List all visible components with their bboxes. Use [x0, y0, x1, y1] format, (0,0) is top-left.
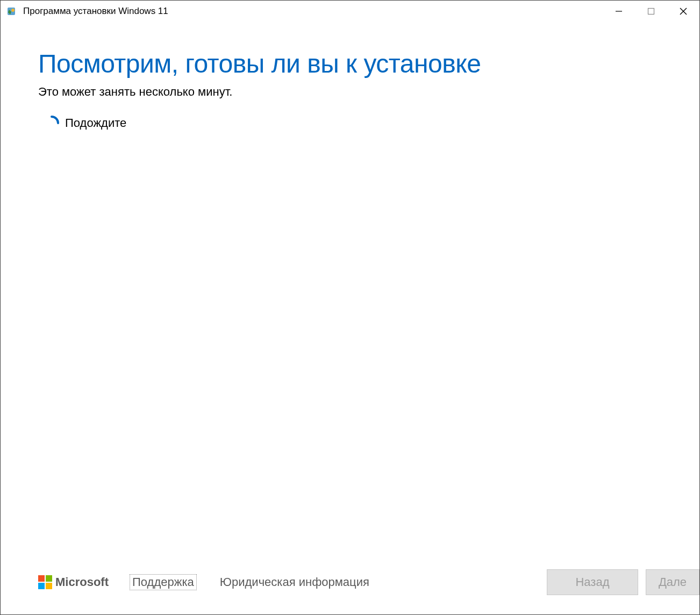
- content-area: Посмотрим, готовы ли вы к установке Это …: [1, 22, 699, 566]
- window-controls: [603, 1, 699, 22]
- svg-rect-3: [648, 9, 654, 15]
- microsoft-logo-text: Microsoft: [55, 575, 109, 589]
- support-link[interactable]: Поддержка: [130, 575, 196, 590]
- spinner-icon: [44, 115, 60, 131]
- page-title: Посмотрим, готовы ли вы к установке: [38, 49, 662, 78]
- wait-indicator: Подождите: [44, 115, 662, 131]
- legal-link[interactable]: Юридическая информация: [218, 575, 372, 590]
- window-title: Программа установки Windows 11: [23, 6, 603, 17]
- titlebar: Программа установки Windows 11: [1, 1, 699, 22]
- microsoft-logo: Microsoft: [38, 575, 109, 589]
- maximize-button[interactable]: [635, 1, 667, 22]
- close-button[interactable]: [667, 1, 699, 22]
- minimize-button[interactable]: [603, 1, 635, 22]
- next-button[interactable]: Дале: [646, 569, 699, 595]
- wait-label: Подождите: [65, 116, 126, 130]
- back-button[interactable]: Назад: [547, 569, 638, 595]
- installer-window: Программа установки Windows 11 Посмот: [0, 0, 700, 615]
- footer: Microsoft Поддержка Юридическая информац…: [1, 566, 699, 614]
- microsoft-logo-icon: [38, 575, 52, 589]
- app-icon: [6, 5, 18, 17]
- svg-point-1: [11, 9, 15, 12]
- page-subtitle: Это может занять несколько минут.: [38, 85, 662, 99]
- nav-buttons: Назад Дале: [547, 569, 699, 595]
